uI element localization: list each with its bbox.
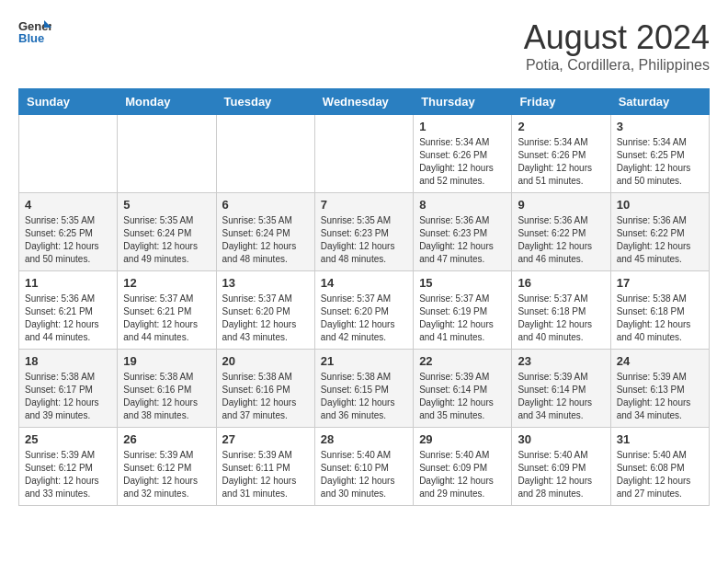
calendar-cell: 2Sunrise: 5:34 AM Sunset: 6:26 PM Daylig…: [512, 115, 610, 193]
day-info: Sunrise: 5:35 AM Sunset: 6:24 PM Dayligh…: [222, 214, 309, 266]
day-info: Sunrise: 5:38 AM Sunset: 6:18 PM Dayligh…: [617, 293, 703, 344]
day-info: Sunrise: 5:38 AM Sunset: 6:16 PM Dayligh…: [123, 371, 210, 422]
day-info: Sunrise: 5:39 AM Sunset: 6:14 PM Dayligh…: [419, 371, 506, 422]
day-header-friday: Friday: [512, 89, 610, 115]
calendar-cell: 6Sunrise: 5:35 AM Sunset: 6:24 PM Daylig…: [216, 193, 314, 271]
day-info: Sunrise: 5:39 AM Sunset: 6:12 PM Dayligh…: [25, 449, 111, 500]
day-info: Sunrise: 5:40 AM Sunset: 6:08 PM Dayligh…: [617, 449, 703, 500]
calendar-cell: 10Sunrise: 5:36 AM Sunset: 6:22 PM Dayli…: [610, 193, 709, 271]
week-row-1: 1Sunrise: 5:34 AM Sunset: 6:26 PM Daylig…: [19, 115, 710, 193]
day-header-thursday: Thursday: [414, 89, 512, 115]
day-number: 12: [123, 276, 210, 290]
day-number: 11: [25, 276, 111, 290]
calendar-cell: 25Sunrise: 5:39 AM Sunset: 6:12 PM Dayli…: [19, 428, 118, 506]
day-info: Sunrise: 5:38 AM Sunset: 6:16 PM Dayligh…: [222, 371, 309, 422]
calendar-cell: 21Sunrise: 5:38 AM Sunset: 6:15 PM Dayli…: [314, 350, 413, 428]
day-info: Sunrise: 5:37 AM Sunset: 6:20 PM Dayligh…: [222, 293, 309, 344]
calendar-cell: 16Sunrise: 5:37 AM Sunset: 6:18 PM Dayli…: [512, 271, 610, 350]
day-number: 25: [25, 432, 111, 446]
day-number: 14: [321, 276, 407, 290]
calendar-cell: 14Sunrise: 5:37 AM Sunset: 6:20 PM Dayli…: [314, 271, 413, 350]
location-subtitle: Potia, Cordillera, Philippines: [524, 57, 710, 74]
logo-icon: General Blue: [18, 18, 51, 44]
calendar-cell: 22Sunrise: 5:39 AM Sunset: 6:14 PM Dayli…: [414, 350, 512, 428]
day-info: Sunrise: 5:37 AM Sunset: 6:19 PM Dayligh…: [419, 293, 506, 344]
day-number: 15: [419, 276, 506, 290]
calendar-cell: 15Sunrise: 5:37 AM Sunset: 6:19 PM Dayli…: [414, 271, 512, 350]
day-number: 8: [419, 198, 506, 212]
calendar-cell: 27Sunrise: 5:39 AM Sunset: 6:11 PM Dayli…: [216, 428, 314, 506]
calendar-cell: 9Sunrise: 5:36 AM Sunset: 6:22 PM Daylig…: [512, 193, 610, 271]
calendar-cell: 4Sunrise: 5:35 AM Sunset: 6:25 PM Daylig…: [19, 193, 118, 271]
calendar-cell: 12Sunrise: 5:37 AM Sunset: 6:21 PM Dayli…: [118, 271, 216, 350]
day-info: Sunrise: 5:40 AM Sunset: 6:10 PM Dayligh…: [321, 449, 407, 500]
calendar-cell: 23Sunrise: 5:39 AM Sunset: 6:14 PM Dayli…: [512, 350, 610, 428]
day-number: 7: [321, 198, 407, 212]
day-number: 16: [518, 276, 604, 290]
calendar-cell: 20Sunrise: 5:38 AM Sunset: 6:16 PM Dayli…: [216, 350, 314, 428]
day-header-saturday: Saturday: [610, 89, 709, 115]
day-number: 22: [419, 354, 506, 368]
day-number: 5: [123, 198, 210, 212]
calendar-cell: 24Sunrise: 5:39 AM Sunset: 6:13 PM Dayli…: [610, 350, 709, 428]
day-header-wednesday: Wednesday: [314, 89, 413, 115]
day-info: Sunrise: 5:39 AM Sunset: 6:14 PM Dayligh…: [518, 371, 604, 422]
day-number: 1: [419, 120, 506, 133]
week-row-5: 25Sunrise: 5:39 AM Sunset: 6:12 PM Dayli…: [19, 428, 710, 506]
day-number: 23: [518, 354, 604, 368]
day-number: 26: [123, 432, 210, 446]
calendar-cell: 28Sunrise: 5:40 AM Sunset: 6:10 PM Dayli…: [314, 428, 413, 506]
calendar-cell: [216, 115, 314, 193]
day-number: 28: [321, 432, 407, 446]
day-info: Sunrise: 5:35 AM Sunset: 6:23 PM Dayligh…: [321, 214, 407, 266]
calendar-cell: 18Sunrise: 5:38 AM Sunset: 6:17 PM Dayli…: [19, 350, 118, 428]
day-number: 4: [25, 198, 111, 212]
calendar-cell: 5Sunrise: 5:35 AM Sunset: 6:24 PM Daylig…: [118, 193, 216, 271]
day-info: Sunrise: 5:40 AM Sunset: 6:09 PM Dayligh…: [518, 449, 604, 500]
calendar-cell: 11Sunrise: 5:36 AM Sunset: 6:21 PM Dayli…: [19, 271, 118, 350]
day-info: Sunrise: 5:37 AM Sunset: 6:21 PM Dayligh…: [123, 293, 210, 344]
day-info: Sunrise: 5:36 AM Sunset: 6:22 PM Dayligh…: [518, 214, 604, 266]
day-info: Sunrise: 5:39 AM Sunset: 6:12 PM Dayligh…: [123, 449, 210, 500]
calendar-table: SundayMondayTuesdayWednesdayThursdayFrid…: [18, 88, 710, 506]
calendar-cell: 8Sunrise: 5:36 AM Sunset: 6:23 PM Daylig…: [414, 193, 512, 271]
day-header-monday: Monday: [118, 89, 216, 115]
logo: General Blue: [18, 18, 51, 44]
day-number: 27: [222, 432, 309, 446]
month-year-title: August 2024: [524, 18, 710, 57]
calendar-cell: [118, 115, 216, 193]
day-info: Sunrise: 5:34 AM Sunset: 6:25 PM Dayligh…: [617, 136, 703, 188]
calendar-cell: 31Sunrise: 5:40 AM Sunset: 6:08 PM Dayli…: [610, 428, 709, 506]
day-header-sunday: Sunday: [19, 89, 118, 115]
day-info: Sunrise: 5:39 AM Sunset: 6:11 PM Dayligh…: [222, 449, 309, 500]
title-block: August 2024 Potia, Cordillera, Philippin…: [524, 18, 710, 74]
day-header-tuesday: Tuesday: [216, 89, 314, 115]
day-number: 18: [25, 354, 111, 368]
week-row-3: 11Sunrise: 5:36 AM Sunset: 6:21 PM Dayli…: [19, 271, 710, 350]
calendar-cell: 19Sunrise: 5:38 AM Sunset: 6:16 PM Dayli…: [118, 350, 216, 428]
day-info: Sunrise: 5:37 AM Sunset: 6:18 PM Dayligh…: [518, 293, 604, 344]
day-info: Sunrise: 5:36 AM Sunset: 6:23 PM Dayligh…: [419, 214, 506, 266]
day-number: 21: [321, 354, 407, 368]
calendar-cell: 17Sunrise: 5:38 AM Sunset: 6:18 PM Dayli…: [610, 271, 709, 350]
week-row-4: 18Sunrise: 5:38 AM Sunset: 6:17 PM Dayli…: [19, 350, 710, 428]
day-info: Sunrise: 5:37 AM Sunset: 6:20 PM Dayligh…: [321, 293, 407, 344]
day-info: Sunrise: 5:35 AM Sunset: 6:24 PM Dayligh…: [123, 214, 210, 266]
page-header: General Blue August 2024 Potia, Cordille…: [18, 18, 710, 74]
calendar-cell: [19, 115, 118, 193]
calendar-cell: 1Sunrise: 5:34 AM Sunset: 6:26 PM Daylig…: [414, 115, 512, 193]
day-info: Sunrise: 5:35 AM Sunset: 6:25 PM Dayligh…: [25, 214, 111, 266]
svg-text:Blue: Blue: [18, 31, 44, 44]
day-number: 20: [222, 354, 309, 368]
day-number: 24: [617, 354, 703, 368]
day-number: 9: [518, 198, 604, 212]
day-number: 3: [617, 120, 703, 133]
day-info: Sunrise: 5:40 AM Sunset: 6:09 PM Dayligh…: [419, 449, 506, 500]
day-info: Sunrise: 5:38 AM Sunset: 6:17 PM Dayligh…: [25, 371, 111, 422]
day-number: 29: [419, 432, 506, 446]
calendar-cell: 13Sunrise: 5:37 AM Sunset: 6:20 PM Dayli…: [216, 271, 314, 350]
calendar-cell: 30Sunrise: 5:40 AM Sunset: 6:09 PM Dayli…: [512, 428, 610, 506]
calendar-header-row: SundayMondayTuesdayWednesdayThursdayFrid…: [19, 89, 710, 115]
day-info: Sunrise: 5:34 AM Sunset: 6:26 PM Dayligh…: [419, 136, 506, 188]
day-number: 2: [518, 120, 604, 133]
